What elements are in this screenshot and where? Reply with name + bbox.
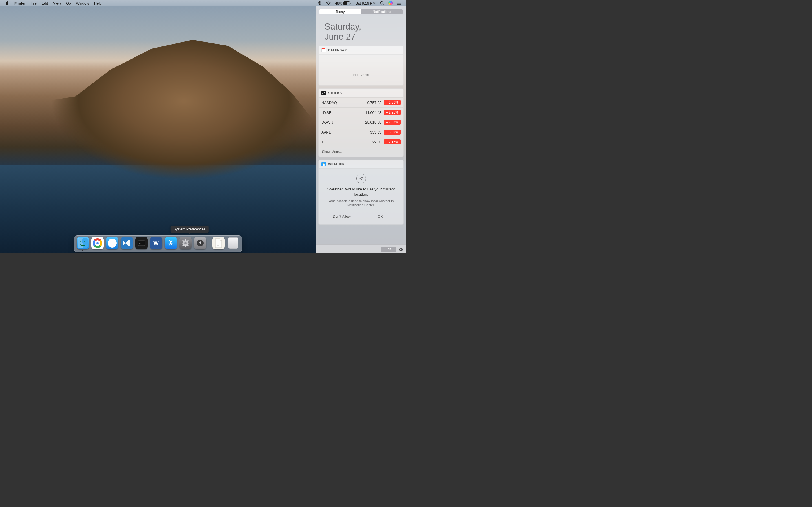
status-siri-icon[interactable] <box>386 0 395 6</box>
widget-weather-title: WEATHER <box>328 163 345 166</box>
stock-row[interactable]: NYSE11,604.43– 2.20% <box>319 107 403 117</box>
widget-stocks-title: STOCKS <box>328 91 342 95</box>
stock-row[interactable]: NASDAQ9,757.22– 2.59% <box>319 98 403 107</box>
status-wifi-icon[interactable] <box>324 0 333 6</box>
dock-chrome[interactable] <box>91 237 104 251</box>
svg-point-0 <box>319 2 320 3</box>
stock-price: 11,604.43 <box>363 110 384 115</box>
menu-bar: Finder File Edit View Go Window Help 48%… <box>0 0 406 6</box>
menu-go[interactable]: Go <box>63 0 73 6</box>
nc-edit-button[interactable]: Edit <box>381 247 396 252</box>
calendar-no-events: No Events <box>319 65 403 86</box>
widget-calendar-title: CALENDAR <box>328 48 347 52</box>
widget-weather: WEATHER "Weather" would like to use your… <box>318 160 404 224</box>
stock-row[interactable]: T29.08– 2.15% <box>319 137 403 147</box>
chrome-icon <box>91 237 104 249</box>
svg-line-34 <box>187 240 188 241</box>
nc-scroll-area[interactable]: Saturday, June 27 CALENDAR No Events <box>316 17 406 244</box>
dock-trash[interactable] <box>227 237 240 251</box>
stock-change: – 2.15% <box>384 139 401 145</box>
document-icon <box>212 237 225 249</box>
status-battery[interactable]: 48% <box>333 0 353 6</box>
stocks-icon <box>321 91 326 95</box>
svg-line-6 <box>383 4 384 5</box>
svg-rect-3 <box>344 2 347 4</box>
dock-system-preferences[interactable] <box>179 237 192 251</box>
svg-marker-20 <box>112 241 114 244</box>
menu-file[interactable]: File <box>28 0 39 6</box>
stock-change: – 2.84% <box>384 120 401 125</box>
svg-line-35 <box>183 245 184 246</box>
nc-settings-gear-icon[interactable] <box>399 247 403 251</box>
menu-window[interactable]: Window <box>73 0 91 6</box>
svg-line-33 <box>187 245 188 246</box>
status-clock[interactable]: Sat 8:19 PM <box>353 0 378 6</box>
nc-tab-today[interactable]: Today <box>319 9 361 14</box>
safari-icon <box>106 237 118 249</box>
stock-symbol: AAPL <box>321 130 363 134</box>
stock-change: – 3.07% <box>384 129 401 135</box>
svg-text:>_: >_ <box>139 242 142 244</box>
dock-terminal[interactable]: >_ <box>135 237 148 251</box>
menu-help[interactable]: Help <box>92 0 104 6</box>
status-notification-center-icon[interactable] <box>395 0 403 6</box>
stock-symbol: NYSE <box>321 110 363 115</box>
stock-price: 25,015.55 <box>363 120 384 124</box>
svg-rect-4 <box>350 3 351 4</box>
dock-document[interactable] <box>212 237 225 251</box>
weather-ok-button[interactable]: OK <box>361 212 400 221</box>
svg-point-27 <box>185 242 187 244</box>
weather-permission-title: "Weather" would like to use your current… <box>322 187 400 197</box>
stock-price: 9,757.22 <box>363 101 384 105</box>
svg-rect-14 <box>322 49 325 52</box>
dock-word[interactable]: W <box>150 237 163 251</box>
calendar-icon <box>321 48 326 52</box>
trash-icon <box>227 237 239 249</box>
location-arrow-icon <box>356 174 366 183</box>
launchpad-icon <box>194 237 206 249</box>
svg-point-5 <box>380 1 383 4</box>
status-spotlight-icon[interactable] <box>378 0 386 6</box>
stock-row[interactable]: DOW J25,015.55– 2.84% <box>319 117 403 127</box>
finder-icon <box>77 237 89 249</box>
widget-calendar: CALENDAR No Events <box>318 46 404 86</box>
stock-symbol: NASDAQ <box>321 101 363 105</box>
battery-icon <box>343 1 351 5</box>
dock-finder[interactable] <box>77 237 89 251</box>
word-icon: W <box>150 237 162 249</box>
status-airplay-icon[interactable] <box>315 0 324 6</box>
stock-change: – 2.59% <box>384 100 401 105</box>
widget-stocks: STOCKS NASDAQ9,757.22– 2.59%NYSE11,604.4… <box>318 89 404 157</box>
apple-menu[interactable] <box>3 0 12 6</box>
stock-change: – 2.20% <box>384 110 401 115</box>
svg-line-32 <box>183 240 184 241</box>
stock-row[interactable]: AAPL353.63– 3.07% <box>319 127 403 137</box>
menu-view[interactable]: View <box>50 0 63 6</box>
vscode-icon <box>121 237 133 249</box>
svg-point-17 <box>80 241 82 242</box>
weather-icon <box>321 162 326 166</box>
stocks-show-more[interactable]: Show More... <box>319 147 403 157</box>
battery-percent-label: 48% <box>335 1 342 5</box>
dock-vscode[interactable] <box>120 237 133 251</box>
stock-symbol: T <box>321 140 363 144</box>
menu-app-name[interactable]: Finder <box>12 0 28 6</box>
menu-edit[interactable]: Edit <box>39 0 50 6</box>
nc-tab-notifications[interactable]: Notifications <box>361 9 403 14</box>
stock-price: 353.63 <box>363 130 384 134</box>
svg-point-15 <box>323 163 324 165</box>
stock-price: 29.08 <box>363 140 384 144</box>
dock-safari[interactable] <box>106 237 119 251</box>
weather-permission-subtitle: Your location is used to show local weat… <box>322 199 400 208</box>
nc-tab-bar: Today Notifications <box>319 9 403 14</box>
weather-dont-allow-button[interactable]: Don't Allow <box>322 212 361 221</box>
svg-point-18 <box>84 241 86 242</box>
notification-center-panel: Today Notifications Saturday, June 27 CA… <box>316 6 406 253</box>
dock-separator <box>209 238 209 250</box>
system-preferences-icon <box>179 237 192 249</box>
dock: >_ W <box>74 235 242 252</box>
dock-launchpad[interactable] <box>194 237 207 251</box>
stocks-list: NASDAQ9,757.22– 2.59%NYSE11,604.43– 2.20… <box>319 98 403 147</box>
dock-appstore[interactable] <box>164 237 177 251</box>
svg-marker-19 <box>110 241 114 245</box>
